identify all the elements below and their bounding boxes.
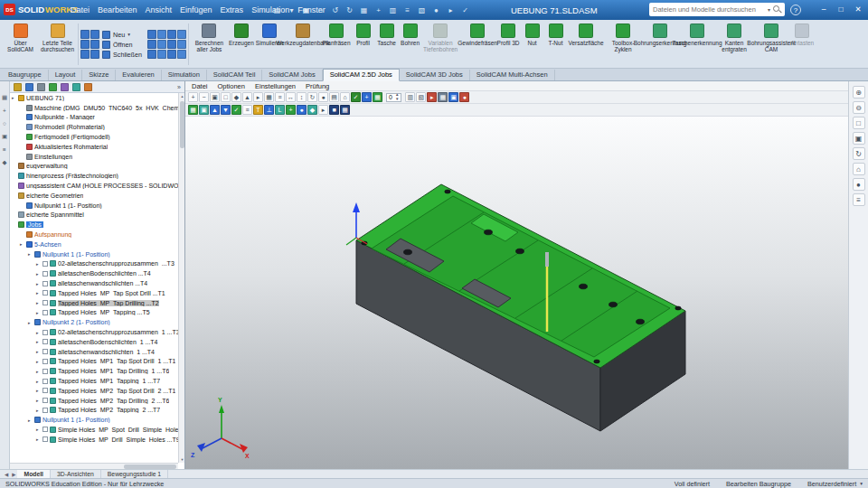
cam-toolbar-icon[interactable]: ⊥ bbox=[264, 105, 274, 115]
cam-toolbar-icon[interactable]: + bbox=[362, 92, 372, 102]
left-toolbar-icon[interactable]: ◆ bbox=[3, 159, 7, 166]
command-tab[interactable]: Baugruppe bbox=[2, 70, 49, 80]
cam-tool-icon[interactable] bbox=[157, 30, 166, 39]
tree-item[interactable]: Aktualisiertes Rohmaterial bbox=[10, 142, 178, 152]
menu-item[interactable]: Bearbeiten bbox=[98, 5, 137, 14]
tree-item[interactable]: Tapped Holes_MP2_Tap Drilling_2 ...T6 bbox=[10, 396, 178, 406]
cam-toolbar-icon[interactable]: L bbox=[275, 105, 285, 115]
cam-toolbar-icon[interactable]: − bbox=[199, 92, 209, 102]
tree-item[interactable]: Nullpunkt 2 (1- Position) bbox=[10, 317, 178, 327]
cam-toolbar-icon[interactable]: + bbox=[188, 92, 198, 102]
command-tab[interactable]: SolidCAM 2.5D Jobs bbox=[323, 69, 400, 81]
expander-icon[interactable] bbox=[36, 281, 41, 286]
search-input[interactable] bbox=[653, 5, 765, 14]
command-tab[interactable]: SolidCAM Teil bbox=[207, 70, 263, 80]
job-checkbox[interactable] bbox=[42, 349, 48, 354]
command-tab[interactable]: SolidCAM 3D Jobs bbox=[400, 70, 470, 80]
cam-file-icon[interactable] bbox=[90, 50, 99, 59]
expander-icon[interactable] bbox=[36, 398, 41, 403]
manager-tab-icon[interactable] bbox=[72, 83, 80, 91]
ribbon-button[interactable]: Profil 3D bbox=[496, 22, 521, 67]
tree-item[interactable]: Tapped Holes_MP1_Tapping_1 ...T7 bbox=[10, 376, 178, 386]
tree-item[interactable]: eicherte Geometrien bbox=[10, 191, 178, 201]
search-scope-caret-icon[interactable]: ▾ bbox=[768, 6, 770, 13]
view-tool-icon[interactable]: ≡ bbox=[853, 193, 865, 206]
menu-item[interactable]: Ansicht bbox=[146, 5, 173, 14]
expander-icon[interactable] bbox=[36, 408, 41, 413]
help-icon[interactable]: ? bbox=[790, 5, 801, 15]
expander-icon[interactable] bbox=[36, 427, 41, 432]
quick-access-icon[interactable]: ▸ bbox=[445, 5, 457, 16]
job-checkbox[interactable] bbox=[42, 427, 48, 432]
cam-toolbar-icon[interactable]: T bbox=[253, 105, 263, 115]
tree-item[interactable]: alletaschenBodenschlichten ...T4 bbox=[10, 268, 178, 278]
command-tab[interactable]: Evaluieren bbox=[116, 70, 161, 80]
cam-toolbar-icon[interactable]: ▣ bbox=[210, 92, 220, 102]
view-tool-icon[interactable]: ↻ bbox=[853, 147, 865, 160]
expander-icon[interactable] bbox=[36, 300, 41, 305]
tree-item[interactable]: Maschine (DMG_DMU50_TNC640_5x_HVK_Chemni… bbox=[10, 103, 178, 113]
cam-file-icon[interactable] bbox=[90, 30, 99, 39]
left-toolbar-icon[interactable]: ≡ bbox=[3, 146, 6, 153]
status-caret-icon[interactable]: ▾ bbox=[860, 481, 863, 486]
tree-item[interactable]: Tapped Holes_MP_Tap Spot Drill ...T1 bbox=[10, 288, 178, 298]
expander-icon[interactable] bbox=[36, 261, 41, 267]
ribbon-button[interactable]: Bohrungsassistent CAM bbox=[753, 22, 790, 67]
cam-tool-icon[interactable] bbox=[167, 40, 176, 49]
scrollbar-thumb[interactable] bbox=[180, 101, 184, 148]
cam-toolbar-icon[interactable]: ▧ bbox=[416, 92, 426, 102]
cam-toolbar-icon[interactable]: ● bbox=[297, 105, 307, 115]
manager-overflow-icon[interactable]: » bbox=[177, 84, 181, 90]
job-checkbox[interactable] bbox=[42, 379, 48, 384]
cam-toolbar-icon[interactable]: ▤ bbox=[329, 92, 339, 102]
expander-icon[interactable] bbox=[36, 349, 41, 354]
tree-item[interactable]: Simple Holes_MP_Spot_Drill_Simple_Holes … bbox=[10, 425, 178, 435]
quick-access-icon[interactable]: ▥ bbox=[387, 5, 399, 16]
cam-tool-icon[interactable] bbox=[177, 50, 186, 59]
expander-icon[interactable] bbox=[36, 290, 41, 296]
cam-tool-icon[interactable] bbox=[167, 30, 176, 39]
cam-toolbar-icon[interactable]: ▸ bbox=[253, 92, 263, 102]
model-tab[interactable]: 3D-Ansichten bbox=[51, 470, 101, 478]
left-toolbar-icon[interactable]: ○ bbox=[3, 120, 6, 127]
manager-tab-icon[interactable] bbox=[84, 83, 92, 91]
cam-toolbar-icon[interactable]: ▦ bbox=[373, 92, 382, 102]
menu-item[interactable]: Datei bbox=[71, 5, 90, 14]
tree-item[interactable]: Aufspannung bbox=[10, 230, 178, 239]
cam-toolbar-icon[interactable]: ▼ bbox=[221, 105, 231, 115]
quick-access-icon[interactable]: ▤ bbox=[271, 5, 283, 16]
view-tool-icon[interactable]: ⊖ bbox=[853, 101, 865, 114]
file-action-row[interactable]: Öffnen bbox=[102, 41, 145, 49]
cam-tool-icon[interactable] bbox=[147, 30, 156, 39]
file-action-row[interactable]: Neu ▾ bbox=[102, 31, 145, 39]
tree-item[interactable]: alletaschenBodenschlichten_1 ...T4 bbox=[10, 337, 178, 347]
tree-item[interactable]: Tapped Holes_MP2_Tapping_2 ...T7 bbox=[10, 406, 178, 416]
cam-toolbar-icon[interactable]: ▣ bbox=[448, 92, 458, 102]
minimize-button[interactable]: – bbox=[816, 3, 831, 16]
manager-tab-icon[interactable] bbox=[14, 83, 22, 91]
job-checkbox[interactable] bbox=[42, 290, 48, 296]
tree-item[interactable]: hinenprozess (Frästechnologien) bbox=[10, 171, 178, 181]
cam-file-icon[interactable] bbox=[90, 40, 99, 49]
status-units-dropdown[interactable]: Benutzerdefiniert bbox=[807, 480, 856, 488]
ribbon-button[interactable]: Erzeugen bbox=[228, 22, 255, 67]
cam-toolbar-icon[interactable]: ↕ bbox=[297, 92, 307, 102]
job-checkbox[interactable] bbox=[42, 261, 48, 267]
cam-menu-item[interactable]: Einstellungen bbox=[255, 82, 296, 90]
ribbon-button[interactable]: Taschenerkennung bbox=[679, 22, 716, 67]
cam-toolbar-icon[interactable]: □ bbox=[221, 92, 231, 102]
cam-toolbar-icon[interactable]: ● bbox=[459, 92, 469, 102]
tree-item[interactable]: Nullpunkt 1 (1- Position) bbox=[10, 201, 178, 211]
job-checkbox[interactable] bbox=[42, 398, 48, 403]
expander-icon[interactable] bbox=[36, 330, 41, 335]
job-checkbox[interactable] bbox=[42, 300, 48, 305]
cam-menu-item[interactable]: Optionen bbox=[218, 82, 245, 90]
quick-access-icon[interactable]: ✓ bbox=[459, 5, 471, 16]
search-icon[interactable] bbox=[773, 5, 781, 14]
tree-item[interactable]: Tapped Holes_MP_Tap Drilling ...T2 bbox=[10, 298, 178, 308]
job-checkbox[interactable] bbox=[42, 271, 48, 277]
cam-file-icon[interactable] bbox=[80, 40, 90, 49]
graphics-area[interactable]: Y X Z bbox=[185, 117, 848, 469]
expander-icon[interactable] bbox=[36, 359, 41, 364]
job-checkbox[interactable] bbox=[42, 408, 48, 413]
